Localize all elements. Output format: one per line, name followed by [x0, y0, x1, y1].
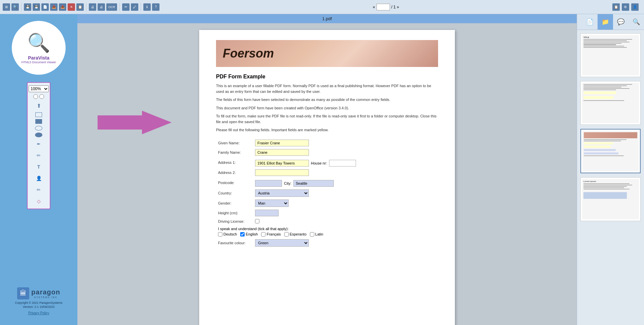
- pencil-tool[interactable]: ✏: [34, 151, 43, 160]
- rect-filled-tool[interactable]: [35, 119, 42, 124]
- pdf-form-table: Given Name: Family Name: Address 1:: [216, 138, 438, 248]
- languages-label: I speak and understand (tick all that ap…: [218, 227, 436, 231]
- zoom-in-icon[interactable]: 🔍: [11, 3, 19, 11]
- driving-label: Driving License:: [216, 218, 253, 225]
- pdf-desc-4: To fill out the form, make sure the PDF …: [216, 113, 438, 124]
- esperanto-label: Esperanto: [290, 232, 307, 236]
- save-icon[interactable]: 💾: [24, 3, 31, 11]
- eraser-tool[interactable]: ◇: [34, 196, 43, 206]
- paragon-name: paragon: [31, 288, 60, 296]
- address1-input[interactable]: [255, 160, 309, 167]
- thumbnail-2[interactable]: [580, 81, 641, 125]
- info-icon[interactable]: ℹ: [143, 3, 151, 11]
- user-icon[interactable]: 👤: [631, 3, 639, 11]
- print-icon[interactable]: 🖨: [89, 3, 96, 11]
- ocr-icon[interactable]: OCR: [106, 3, 117, 11]
- rect-outline-tool[interactable]: [35, 112, 42, 117]
- draw-icon[interactable]: ✏: [122, 3, 130, 11]
- thumbnail-4[interactable]: Lorem ipsum: [580, 177, 641, 221]
- address1-label: Address 1:: [216, 157, 253, 168]
- driving-checkbox[interactable]: [255, 219, 259, 223]
- page-number-input[interactable]: 1: [377, 4, 390, 10]
- oval-filled-tool[interactable]: [35, 133, 42, 137]
- pdf-view-area[interactable]: Foersom PDF Form Example This is an exam…: [77, 23, 577, 325]
- thumbnail-1[interactable]: TITLE: [580, 33, 641, 77]
- colour-label: Favourite colour:: [216, 238, 253, 248]
- address2-row: Address 2:: [216, 168, 438, 177]
- help-icon[interactable]: ?: [152, 3, 159, 11]
- app-title: ParaVista: [28, 55, 49, 61]
- copyright-text: Copyright © 2021 ParagonSystems Version:…: [7, 301, 71, 309]
- pdf-title-bar: 1.pdf: [77, 14, 577, 23]
- pen-tool[interactable]: ✒: [34, 139, 43, 149]
- save2-icon[interactable]: 💾: [33, 3, 40, 11]
- privacy-policy-link[interactable]: Privacy Policy: [7, 311, 71, 315]
- stamp-tool[interactable]: 👤: [34, 174, 43, 183]
- main-layout: 🔍 ParaVista HTML5 Document Viewer 100% 5…: [0, 14, 644, 325]
- thumbnails-icon[interactable]: 📄: [582, 14, 598, 30]
- family-name-input[interactable]: [255, 149, 309, 156]
- deutsch-item: Deutsch: [218, 232, 237, 237]
- right-panel-icons: 📄 📁 💬 🔍: [577, 14, 644, 30]
- given-name-input[interactable]: [255, 140, 309, 146]
- address1-row: Address 1: House nr:: [216, 157, 438, 168]
- right-panel: 📄 📁 💬 🔍 TITLE: [577, 14, 644, 325]
- cursor-tool[interactable]: ⬆: [34, 101, 43, 110]
- single-page-radio[interactable]: [33, 94, 38, 99]
- francais-label: Français: [266, 232, 281, 236]
- new-icon[interactable]: 📄: [41, 3, 49, 11]
- print2-icon[interactable]: 🖨: [98, 3, 105, 11]
- page-nav-prev[interactable]: «: [373, 5, 375, 9]
- upload-icon[interactable]: 📤: [50, 3, 58, 11]
- pdf-desc-5: Please fill out the following fields. Im…: [216, 127, 438, 133]
- deutsch-checkbox[interactable]: [218, 232, 222, 237]
- english-checkbox[interactable]: [240, 232, 245, 237]
- country-select[interactable]: Austria Germany USA UK France: [255, 189, 309, 197]
- francais-checkbox[interactable]: [261, 232, 265, 237]
- select-tool-icon[interactable]: ⊞: [3, 3, 10, 11]
- family-name-label: Family Name:: [216, 148, 253, 157]
- latin-checkbox[interactable]: [310, 232, 314, 237]
- postcode-city-row: Postcode: City:: [216, 177, 438, 188]
- zoom-select[interactable]: 100% 50% 75% 125% 150%: [29, 85, 49, 92]
- height-label: Height (cm):: [216, 208, 253, 218]
- import-icon[interactable]: 📥: [59, 3, 66, 11]
- thumb-1-content: TITLE: [582, 35, 639, 75]
- country-row: Country: Austria Germany USA UK France: [216, 188, 438, 198]
- export-icon[interactable]: 📋: [76, 3, 84, 11]
- thumbnail-3[interactable]: [580, 129, 641, 173]
- height-input[interactable]: [255, 210, 279, 216]
- deutsch-label: Deutsch: [223, 232, 237, 236]
- thumb-3-banner: [584, 132, 637, 138]
- view-radio-row: [33, 94, 44, 99]
- gender-select[interactable]: Man Woman: [255, 200, 289, 207]
- address2-input[interactable]: [255, 169, 309, 176]
- latin-label: Latin: [315, 232, 323, 236]
- folder-panel-icon[interactable]: 📁: [598, 14, 613, 30]
- panel-icon-1[interactable]: 📋: [612, 3, 620, 11]
- close-icon[interactable]: ✕: [68, 3, 75, 11]
- esperanto-checkbox[interactable]: [284, 232, 289, 237]
- house-nr-input[interactable]: [329, 160, 356, 167]
- center-area: 1.pdf Foersom PDF Form Example This is a…: [77, 14, 577, 325]
- text-tool[interactable]: T: [34, 162, 43, 172]
- pdf-document: Foersom PDF Form Example This is an exam…: [199, 30, 455, 325]
- logo-icon: 🔍: [27, 32, 50, 54]
- settings-icon[interactable]: ⚙: [622, 3, 629, 11]
- toolbar-sep-1: [21, 3, 22, 11]
- arrow-tool[interactable]: ✏: [34, 185, 43, 194]
- paragon-icon: 🏛: [17, 287, 29, 299]
- colour-select[interactable]: Green Red Blue Yellow: [255, 239, 309, 247]
- oval-outline-tool[interactable]: [35, 126, 42, 131]
- toolbar-sep-4: [141, 3, 141, 11]
- highlight-icon[interactable]: 🖊: [131, 3, 138, 11]
- given-name-label: Given Name:: [216, 138, 253, 148]
- languages-checkboxes: Deutsch English Français: [218, 232, 436, 237]
- search-panel-icon[interactable]: 🔍: [629, 14, 644, 30]
- double-page-radio[interactable]: [39, 94, 44, 99]
- city-input[interactable]: [293, 180, 334, 187]
- postcode-input[interactable]: [255, 180, 282, 187]
- logo-circle: 🔍 ParaVista HTML5 Document Viewer: [12, 21, 66, 75]
- thumbnail-list: TITLE: [577, 30, 644, 224]
- comments-panel-icon[interactable]: 💬: [613, 14, 629, 30]
